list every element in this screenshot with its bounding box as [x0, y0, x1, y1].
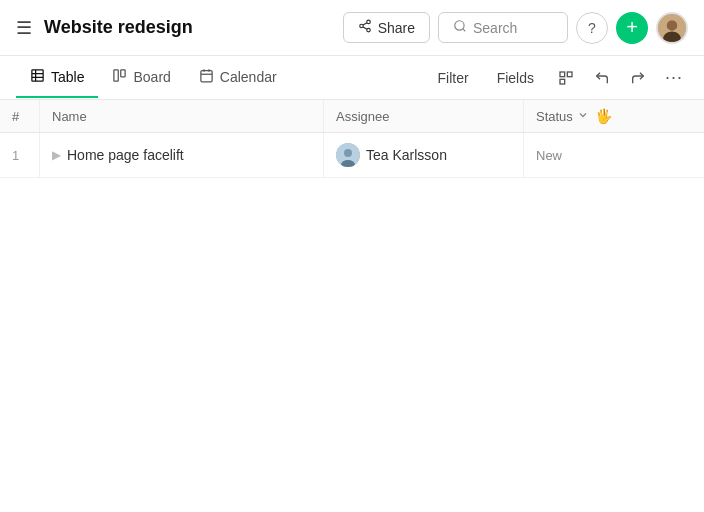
cell-row-assignee: Tea Karlsson [324, 133, 524, 177]
menu-icon[interactable]: ☰ [16, 17, 32, 39]
cursor-indicator: 🖐 [595, 108, 612, 124]
col-header-assignee: Assignee [324, 100, 524, 132]
cell-row-status: New [524, 133, 704, 177]
svg-rect-15 [121, 69, 125, 76]
svg-rect-16 [201, 70, 212, 81]
data-table: # Name Assignee Status 🖐 1 ▶ Home page f… [0, 100, 704, 178]
svg-line-6 [463, 29, 466, 32]
more-icon: ··· [665, 67, 683, 88]
board-tab-icon [112, 68, 127, 86]
cell-row-name[interactable]: ▶ Home page facelift [40, 133, 324, 177]
app-header: ☰ Website redesign Share Search ? + [0, 0, 704, 56]
table-row: 1 ▶ Home page facelift Tea Karlsson New [0, 133, 704, 178]
avatar[interactable] [656, 12, 688, 44]
add-button[interactable]: + [616, 12, 648, 44]
table-header: # Name Assignee Status 🖐 [0, 100, 704, 133]
search-box[interactable]: Search [438, 12, 568, 43]
svg-point-0 [366, 20, 370, 24]
svg-rect-10 [32, 69, 43, 80]
share-icon [358, 19, 372, 36]
assignee-avatar [336, 143, 360, 167]
svg-line-3 [363, 27, 367, 29]
share-button[interactable]: Share [343, 12, 430, 43]
svg-point-1 [359, 24, 363, 28]
col-header-status[interactable]: Status 🖐 [524, 100, 704, 132]
share-label: Share [378, 20, 415, 36]
expand-icon[interactable]: ▶ [52, 148, 61, 162]
help-button[interactable]: ? [576, 12, 608, 44]
help-icon: ? [588, 20, 596, 36]
add-icon: + [626, 16, 638, 39]
tab-table[interactable]: Table [16, 58, 98, 98]
undo-button[interactable] [588, 64, 616, 92]
svg-line-4 [363, 23, 367, 25]
redo-button[interactable] [624, 64, 652, 92]
tab-calendar-label: Calendar [220, 69, 277, 85]
svg-rect-22 [560, 79, 565, 84]
fields-button[interactable]: Fields [487, 65, 544, 91]
view-tabs: Table Board Calendar [16, 58, 428, 98]
sort-icon [577, 109, 589, 123]
tab-calendar[interactable]: Calendar [185, 58, 291, 98]
search-placeholder: Search [473, 20, 517, 36]
svg-point-8 [667, 20, 678, 31]
more-options-button[interactable]: ··· [660, 64, 688, 92]
filter-label: Filter [438, 70, 469, 86]
app-title: Website redesign [44, 17, 343, 38]
svg-point-24 [344, 149, 352, 157]
group-button[interactable] [552, 64, 580, 92]
header-actions: Share Search ? + [343, 12, 688, 44]
svg-point-2 [366, 28, 370, 32]
calendar-tab-icon [199, 68, 214, 86]
toolbar-right: Filter Fields ··· [428, 64, 688, 92]
cell-row-num: 1 [0, 133, 40, 177]
svg-point-5 [455, 21, 464, 30]
tab-table-label: Table [51, 69, 84, 85]
tab-board-label: Board [133, 69, 170, 85]
filter-button[interactable]: Filter [428, 65, 479, 91]
col-header-name: Name [40, 100, 324, 132]
table-tab-icon [30, 68, 45, 86]
col-header-num: # [0, 100, 40, 132]
view-toolbar: Table Board Calendar [0, 56, 704, 100]
svg-rect-14 [114, 69, 118, 80]
search-icon [453, 19, 467, 36]
fields-label: Fields [497, 70, 534, 86]
svg-rect-21 [567, 72, 572, 77]
svg-rect-20 [560, 72, 565, 77]
tab-board[interactable]: Board [98, 58, 184, 98]
